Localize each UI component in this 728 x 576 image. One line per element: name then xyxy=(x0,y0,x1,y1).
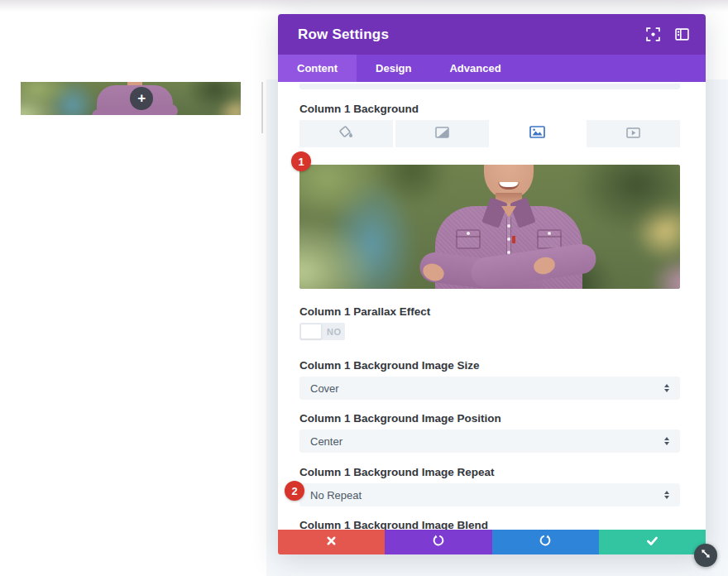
redo-button[interactable] xyxy=(492,530,599,554)
tab-advanced[interactable]: Advanced xyxy=(430,55,520,82)
modal-header-icons xyxy=(646,27,689,41)
background-image-preview[interactable] xyxy=(299,165,680,289)
scrolled-field-remnant xyxy=(299,84,680,89)
modal-body: Column 1 Background xyxy=(278,82,706,530)
modal-header[interactable]: Row Settings xyxy=(278,14,706,55)
image-size-field-label: Column 1 Background Image Size xyxy=(299,359,680,372)
close-icon xyxy=(325,535,338,550)
bg-type-video-tab[interactable] xyxy=(587,120,680,147)
bg-type-gradient-tab[interactable] xyxy=(395,120,489,147)
image-repeat-field-label: Column 1 Background Image Repeat xyxy=(299,466,680,478)
image-icon xyxy=(529,126,545,142)
photo-shirt-tag xyxy=(512,236,515,243)
parallax-toggle[interactable]: NO xyxy=(299,323,345,340)
modal-tabbar: Content Design Advanced xyxy=(278,55,706,82)
image-repeat-select[interactable]: No Repeat xyxy=(299,483,680,506)
image-position-select[interactable]: Center xyxy=(299,430,680,453)
annotation-badge-1: 1 xyxy=(291,151,311,171)
select-arrows-icon xyxy=(664,384,669,392)
toggle-state-label: NO xyxy=(327,327,342,337)
background-field-label: Column 1 Background xyxy=(299,103,680,115)
expand-icon[interactable] xyxy=(646,27,660,41)
photo-shirt-button xyxy=(507,238,510,241)
modal-footer xyxy=(278,530,706,554)
save-button[interactable] xyxy=(599,530,706,554)
background-type-tabs xyxy=(299,120,680,147)
image-repeat-value: No Repeat xyxy=(310,489,664,502)
bg-type-color-tab[interactable] xyxy=(299,120,393,147)
resize-diagonal-icon xyxy=(699,547,712,564)
image-blend-field-label: Column 1 Background Image Blend xyxy=(299,519,680,530)
select-arrows-icon xyxy=(664,491,669,499)
image-size-value: Cover xyxy=(310,382,664,395)
photo-shirt-pocket xyxy=(537,229,562,249)
annotation-badge-2: 2 xyxy=(285,481,304,501)
plus-icon: + xyxy=(137,90,146,107)
gradient-icon xyxy=(435,127,449,142)
image-position-value: Center xyxy=(310,435,664,448)
photo-person-chest xyxy=(501,206,516,218)
undo-button[interactable] xyxy=(385,530,491,554)
modal-title: Row Settings xyxy=(298,26,646,43)
bg-type-image-tab[interactable] xyxy=(491,120,585,147)
toggle-knob[interactable] xyxy=(300,324,322,339)
panel-layout-icon[interactable] xyxy=(675,27,689,41)
paint-bucket-icon xyxy=(338,125,354,142)
row-column-preview[interactable]: + xyxy=(21,82,241,115)
row-settings-modal: Row Settings xyxy=(278,14,706,554)
undo-icon xyxy=(431,533,446,551)
tab-design[interactable]: Design xyxy=(357,55,430,82)
parallax-field-label: Column 1 Parallax Effect xyxy=(299,305,680,318)
divi-builder-page: + Row Settings xyxy=(0,0,728,576)
photo-shirt-button xyxy=(507,224,510,228)
modal-resize-handle[interactable] xyxy=(694,544,717,567)
discard-button[interactable] xyxy=(278,530,385,554)
video-play-icon xyxy=(626,127,640,142)
redo-icon xyxy=(538,533,553,551)
select-arrows-icon xyxy=(664,437,669,445)
photo-shirt-pocket xyxy=(456,229,481,249)
tab-content[interactable]: Content xyxy=(278,55,357,82)
image-position-field-label: Column 1 Background Image Position xyxy=(299,412,680,425)
top-shadow xyxy=(0,0,728,12)
column-divider xyxy=(261,82,263,133)
image-size-select[interactable]: Cover xyxy=(299,377,680,400)
check-icon xyxy=(645,534,659,551)
